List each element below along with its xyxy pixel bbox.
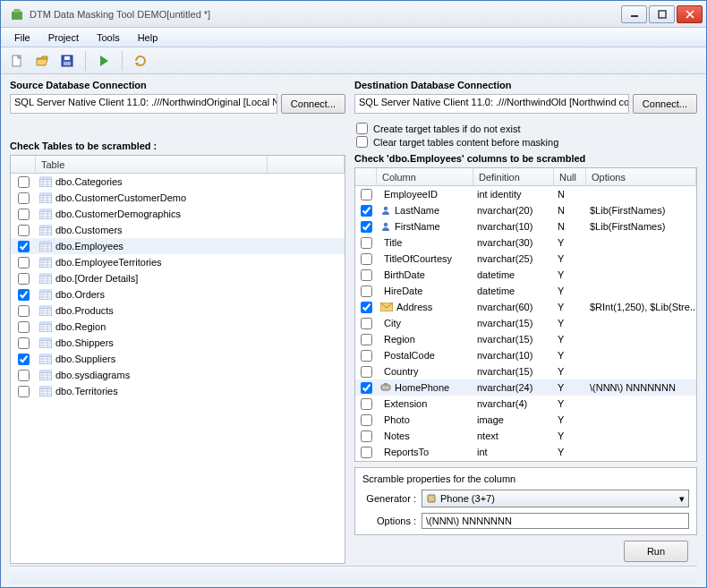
generator-select[interactable]: Phone (3+7) ▾ xyxy=(422,490,689,507)
columns-col-def[interactable]: Definition xyxy=(473,168,554,185)
table-row[interactable]: dbo.Region xyxy=(11,319,345,335)
clear-tables-checkbox[interactable] xyxy=(356,136,368,148)
column-checkbox[interactable] xyxy=(361,366,372,378)
column-checkbox[interactable] xyxy=(361,414,372,426)
column-checkbox[interactable] xyxy=(361,350,372,362)
column-null: Y xyxy=(554,334,586,345)
menu-tools[interactable]: Tools xyxy=(89,30,128,46)
column-checkbox[interactable] xyxy=(361,253,372,265)
column-row[interactable]: HireDatedatetimeY xyxy=(355,283,696,299)
column-checkbox[interactable] xyxy=(361,318,372,329)
refresh-button[interactable] xyxy=(130,50,151,72)
menu-help[interactable]: Help xyxy=(130,30,166,46)
column-def: nvarchar(60) xyxy=(473,302,554,312)
column-row[interactable]: Titlenvarchar(30)Y xyxy=(355,234,696,251)
table-checkbox[interactable] xyxy=(18,386,30,397)
column-checkbox[interactable] xyxy=(361,285,372,297)
column-checkbox[interactable] xyxy=(361,205,372,217)
column-null: Y xyxy=(554,430,586,441)
table-row[interactable]: dbo.Territories xyxy=(11,383,345,399)
column-row[interactable]: Extensionnvarchar(4)Y xyxy=(355,396,696,412)
table-row[interactable]: dbo.Products xyxy=(11,303,345,319)
destination-connection-field[interactable]: SQL Server Native Client 11.0: .///North… xyxy=(354,94,629,114)
column-checkbox[interactable] xyxy=(361,430,372,442)
save-button[interactable] xyxy=(56,50,78,72)
table-row[interactable]: dbo.Shippers xyxy=(11,335,345,351)
table-checkbox[interactable] xyxy=(18,337,30,349)
table-checkbox[interactable] xyxy=(18,321,30,333)
columns-check-header[interactable] xyxy=(355,168,377,185)
table-checkbox[interactable] xyxy=(18,225,30,236)
column-checkbox[interactable] xyxy=(361,189,372,200)
table-checkbox[interactable] xyxy=(18,273,30,285)
table-row[interactable]: dbo.CustomerDemographics xyxy=(11,206,345,222)
column-row[interactable]: Countrynvarchar(15)Y xyxy=(355,363,696,379)
table-row[interactable]: dbo.[Order Details] xyxy=(11,270,345,286)
column-row[interactable]: ReportsTointY xyxy=(355,444,696,460)
column-checkbox[interactable] xyxy=(361,269,372,281)
column-checkbox[interactable] xyxy=(361,334,372,345)
close-button[interactable] xyxy=(677,5,703,23)
table-row[interactable]: dbo.Suppliers xyxy=(11,351,345,367)
columns-col-opts[interactable]: Options xyxy=(586,168,696,185)
column-checkbox[interactable] xyxy=(361,221,372,233)
column-row[interactable]: PhotoPathnvarchar(255)Y xyxy=(355,460,696,461)
table-row[interactable]: dbo.Customers xyxy=(11,222,345,238)
column-checkbox[interactable] xyxy=(361,237,372,249)
tables-grid[interactable]: Table dbo.Categoriesdbo.CustomerCustomer… xyxy=(10,155,345,564)
source-connection-field[interactable]: SQL Server Native Client 11.0: .///North… xyxy=(10,94,277,114)
create-tables-checkbox[interactable] xyxy=(356,123,368,134)
menu-project[interactable]: Project xyxy=(40,30,87,46)
column-row[interactable]: FirstNamenvarchar(10)N$Lib(FirstNames) xyxy=(355,218,696,234)
destination-connect-button[interactable]: Connect... xyxy=(633,94,697,114)
table-row[interactable]: dbo.CustomerCustomerDemo xyxy=(11,190,345,206)
column-row[interactable]: Addressnvarchar(60)Y$RInt(1,250), $Lib(S… xyxy=(355,299,696,315)
column-checkbox[interactable] xyxy=(361,302,372,313)
table-icon xyxy=(39,257,52,268)
column-checkbox[interactable] xyxy=(361,398,372,410)
table-checkbox[interactable] xyxy=(18,257,30,268)
table-row[interactable]: dbo.EmployeeTerritories xyxy=(11,254,345,270)
table-checkbox[interactable] xyxy=(18,241,30,252)
column-row[interactable]: EmployeeIDint identityN xyxy=(355,186,696,202)
table-checkbox[interactable] xyxy=(18,209,30,220)
menu-file[interactable]: File xyxy=(6,30,38,46)
minimize-button[interactable] xyxy=(621,5,647,23)
table-checkbox[interactable] xyxy=(18,289,30,301)
column-row[interactable]: NotesntextY xyxy=(355,428,696,444)
column-row[interactable]: PhotoimageY xyxy=(355,412,696,428)
table-checkbox[interactable] xyxy=(18,176,30,188)
table-row[interactable]: dbo.Employees xyxy=(11,238,345,254)
column-checkbox[interactable] xyxy=(361,382,372,394)
run-button[interactable]: Run xyxy=(624,541,688,562)
table-row[interactable]: dbo.Orders xyxy=(11,286,345,303)
column-row[interactable]: BirthDatedatetimeY xyxy=(355,267,696,283)
table-row[interactable]: dbo.Categories xyxy=(11,174,345,190)
column-row[interactable]: Citynvarchar(15)Y xyxy=(355,315,696,331)
column-row[interactable]: TitleOfCourtesynvarchar(25)Y xyxy=(355,251,696,267)
column-row[interactable]: LastNamenvarchar(20)N$Lib(FirstNames) xyxy=(355,202,696,218)
maximize-button[interactable] xyxy=(649,5,675,23)
run-toolbar-button[interactable] xyxy=(93,50,115,72)
clear-tables-check[interactable]: Clear target tables content before maski… xyxy=(356,136,697,148)
create-tables-check[interactable]: Create target tables if do not exist xyxy=(356,123,697,134)
options-input[interactable] xyxy=(422,513,689,529)
table-checkbox[interactable] xyxy=(18,192,30,204)
table-checkbox[interactable] xyxy=(18,354,30,365)
column-row[interactable]: HomePhonenvarchar(24)Y\(NNN\) NNNNNNN xyxy=(355,379,696,396)
tables-check-header[interactable] xyxy=(11,156,36,173)
column-row[interactable]: PostalCodenvarchar(10)Y xyxy=(355,347,696,363)
tables-col-blank[interactable] xyxy=(268,156,345,173)
column-checkbox[interactable] xyxy=(361,447,372,458)
table-row[interactable]: dbo.sysdiagrams xyxy=(11,367,345,383)
tables-col-table[interactable]: Table xyxy=(36,156,268,173)
columns-grid[interactable]: Column Definition Null Options EmployeeI… xyxy=(354,167,697,462)
table-checkbox[interactable] xyxy=(18,370,30,381)
columns-col-column[interactable]: Column xyxy=(377,168,473,185)
source-connect-button[interactable]: Connect... xyxy=(281,94,345,114)
table-checkbox[interactable] xyxy=(18,305,30,317)
columns-col-null[interactable]: Null xyxy=(554,168,586,185)
new-button[interactable] xyxy=(6,50,28,72)
column-row[interactable]: Regionnvarchar(15)Y xyxy=(355,331,696,347)
open-button[interactable] xyxy=(31,50,53,72)
